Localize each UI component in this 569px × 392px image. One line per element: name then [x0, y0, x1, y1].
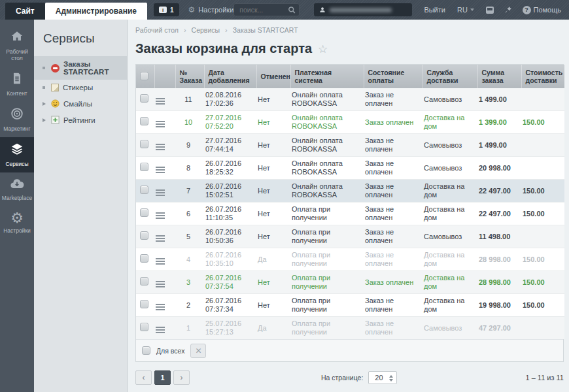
for-all-checkbox[interactable] [142, 346, 150, 355]
row-menu-icon[interactable] [156, 165, 165, 174]
row-checkbox[interactable] [140, 208, 148, 217]
row-menu-icon[interactable] [156, 188, 165, 197]
row-menu-icon[interactable] [156, 120, 165, 129]
table-row[interactable]: 426.07.201610:35:10ДаОплата при получени… [136, 248, 564, 271]
order-canceled-cell: Нет [256, 134, 290, 157]
row-checkbox[interactable] [140, 300, 148, 308]
row-checkbox[interactable] [140, 323, 148, 331]
column-header[interactable]: Состояние оплаты [364, 65, 422, 88]
row-menu-icon[interactable] [156, 302, 165, 312]
table-row[interactable]: 125.07.201615:27:13ДаОплата при получени… [136, 317, 564, 340]
row-checkbox[interactable] [140, 163, 148, 171]
select-all-checkbox[interactable] [140, 72, 148, 80]
breadcrumb-current: Заказы STARTCART [233, 26, 298, 34]
row-checkbox[interactable] [140, 140, 148, 148]
sidebar-item-marketplace[interactable]: Marketplace [0, 172, 34, 206]
order-paystate-cell: Заказ не оплачен [364, 225, 422, 248]
order-delivery-cell: Доставка на дом [422, 294, 477, 317]
order-paystate-cell: Заказ не оплачен [364, 248, 422, 271]
column-header[interactable]: Служба доставки [422, 65, 477, 88]
column-header[interactable]: Отменен [256, 65, 290, 88]
row-checkbox[interactable] [140, 186, 148, 194]
next-page-button[interactable]: › [173, 370, 190, 385]
table-row[interactable]: 226.07.201607:37:34НетОплата при получен… [136, 294, 564, 317]
sidebar-item-desktop[interactable]: Рабочий стол [0, 25, 34, 67]
column-header[interactable]: Дата добавления [204, 65, 256, 88]
page-1-button[interactable]: 1 [154, 370, 171, 385]
row-menu-icon[interactable] [156, 211, 165, 220]
help-button[interactable]: ? Помощь [523, 6, 562, 14]
order-shipcost-cell: 150.00 [521, 180, 564, 203]
order-paystate-cell: Заказ не оплачен [364, 180, 422, 203]
topbar-settings-button[interactable]: ⚙ Настройки [188, 6, 234, 14]
sidebar-item-label: Настройки [1, 227, 33, 234]
row-checkbox[interactable] [140, 117, 148, 125]
prev-page-button[interactable]: ‹ [135, 370, 152, 385]
table-row[interactable]: 1027.07.201607:52:20НетОнлайн оплата ROB… [136, 111, 564, 134]
table-row[interactable]: 726.07.201615:02:51НетОнлайн оплата ROBO… [136, 180, 564, 203]
logout-link[interactable]: Выйти [424, 6, 445, 14]
breadcrumb-services[interactable]: Сервисы [192, 26, 220, 34]
table-row[interactable]: 826.07.201618:25:32НетОнлайн оплата ROBO… [136, 157, 564, 180]
order-date-cell: 26.07.201607:37:34 [204, 294, 256, 317]
tab-site[interactable]: Сайт [5, 3, 45, 20]
for-all-label: Для всех [156, 347, 184, 355]
row-menu-icon[interactable] [156, 234, 165, 243]
row-menu-icon[interactable] [156, 257, 165, 266]
column-header[interactable]: Стоимость доставки [521, 65, 564, 88]
tab-admin[interactable]: Администрирование [45, 3, 147, 20]
table-row[interactable]: 1102.08.201617:02:36НетОнлайн оплата ROB… [136, 88, 564, 111]
favorite-star-icon[interactable]: ☆ [318, 42, 328, 56]
column-header[interactable]: Платежная система [290, 65, 364, 88]
order-number-cell: 11 [175, 88, 204, 111]
row-checkbox[interactable] [140, 277, 148, 286]
sidebar-item-content[interactable]: Контент [0, 67, 34, 102]
menu-item-smileys[interactable]: Смайлы [34, 95, 127, 112]
menu-item-ratings[interactable]: Рейтинги [34, 112, 127, 128]
column-header[interactable]: Сумма заказа [477, 65, 521, 88]
language-selector[interactable]: RU [457, 6, 474, 14]
menu-item-stickers[interactable]: Стикеры [34, 80, 127, 95]
layout: Рабочий стол Контент Маркетинг Сервисы M… [0, 20, 569, 392]
table-row[interactable]: 927.07.201607:44:14НетОнлайн оплата ROBO… [136, 134, 564, 157]
table-row[interactable]: 626.07.201611:10:35НетОплата при получен… [136, 203, 564, 225]
orders-tbody: 1102.08.201617:02:36НетОнлайн оплата ROB… [136, 88, 564, 339]
per-page-select[interactable]: 20 [368, 371, 396, 384]
column-header[interactable]: № Заказа [175, 65, 204, 88]
sidebar-item-settings[interactable]: ⚙ Настройки [0, 206, 34, 239]
desktop-mode-icon[interactable] [486, 7, 494, 14]
sidebar-item-marketing[interactable]: Маркетинг [0, 102, 34, 137]
user-menu[interactable] [314, 3, 412, 16]
row-checkbox[interactable] [140, 231, 148, 240]
order-paystate-cell: Заказ оплачен [364, 111, 422, 134]
sticker-icon [51, 84, 59, 91]
row-checkbox[interactable] [140, 94, 148, 103]
order-canceled-cell: Нет [256, 111, 290, 134]
order-sum-cell: 1 499.00 [477, 88, 521, 111]
order-shipcost-cell [521, 157, 564, 180]
sidebar-item-services[interactable]: Сервисы [0, 137, 34, 172]
row-menu-icon[interactable] [156, 142, 165, 152]
menu-item-orders-startcart[interactable]: Заказы STARTCART [34, 56, 127, 80]
breadcrumb-desktop[interactable]: Рабочий стол [135, 26, 179, 34]
order-sum-cell: 1 399.00 [477, 111, 521, 134]
expand-arrow-icon[interactable] [41, 118, 47, 122]
order-number-cell: 10 [175, 111, 204, 134]
expand-arrow-icon[interactable] [41, 102, 47, 106]
order-date-cell: 27.07.201607:52:20 [204, 111, 256, 134]
order-date-cell: 26.07.201615:02:51 [204, 180, 256, 203]
pin-icon[interactable] [504, 6, 512, 14]
order-number-cell: 3 [175, 271, 204, 294]
cart-icon [51, 64, 60, 73]
row-menu-icon[interactable] [156, 325, 165, 335]
delete-selected-button[interactable]: ✕ [190, 344, 206, 358]
order-delivery-cell: Доставка на дом [422, 248, 477, 271]
order-delivery-cell: Самовывоз [422, 157, 477, 180]
row-menu-icon[interactable] [156, 97, 165, 106]
table-row[interactable]: 526.07.201610:50:36НетОплата при получен… [136, 225, 564, 248]
notifications-button[interactable]: i 1 [154, 3, 179, 16]
row-menu-icon[interactable] [156, 280, 165, 289]
row-checkbox[interactable] [140, 254, 148, 263]
table-row[interactable]: 326.07.201607:37:54НетОплата при получен… [136, 271, 564, 294]
order-number-cell: 5 [175, 225, 204, 248]
